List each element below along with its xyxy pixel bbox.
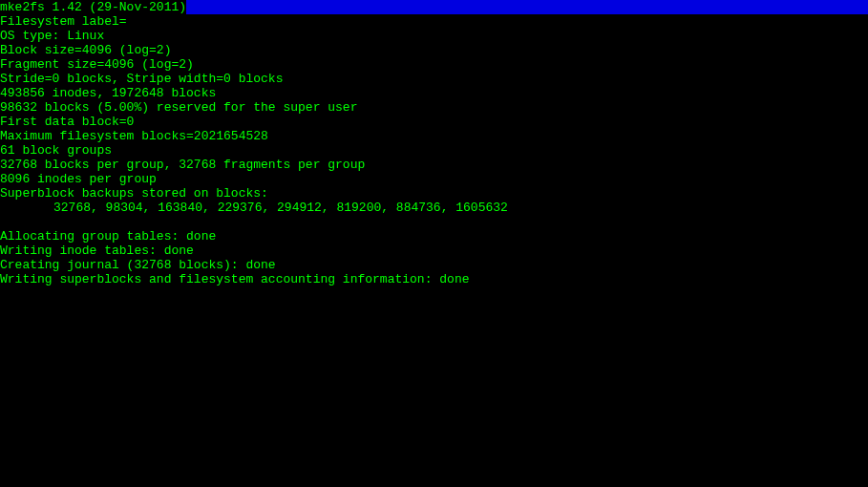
- output-line: 493856 inodes, 1972648 blocks: [0, 86, 868, 100]
- output-line: Maximum filesystem blocks=2021654528: [0, 129, 868, 143]
- output-line: 8096 inodes per group: [0, 172, 868, 186]
- status-line: Creating journal (32768 blocks): done: [0, 258, 868, 272]
- backup-blocks-list: 32768, 98304, 163840, 229376, 294912, 81…: [0, 201, 868, 215]
- output-line: Block size=4096 (log=2): [0, 43, 868, 57]
- output-line: Filesystem label=: [0, 14, 868, 29]
- output-line: Superblock backups stored on blocks:: [0, 186, 868, 201]
- blank-line: [0, 215, 868, 229]
- output-line: First data block=0: [0, 115, 868, 129]
- mke2fs-version: mke2fs 1.42 (29-Nov-2011): [0, 0, 186, 14]
- output-line: OS type: Linux: [0, 29, 868, 43]
- status-line: Writing superblocks and filesystem accou…: [0, 272, 868, 286]
- output-line: 32768 blocks per group, 32768 fragments …: [0, 158, 868, 172]
- header-line: mke2fs 1.42 (29-Nov-2011): [0, 0, 868, 14]
- highlight-bar: [186, 0, 868, 14]
- status-line: Allocating group tables: done: [0, 229, 868, 244]
- output-line: Fragment size=4096 (log=2): [0, 57, 868, 72]
- output-line: 98632 blocks (5.00%) reserved for the su…: [0, 100, 868, 115]
- output-line: 61 block groups: [0, 143, 868, 158]
- terminal[interactable]: mke2fs 1.42 (29-Nov-2011) Filesystem lab…: [0, 0, 868, 487]
- status-line: Writing inode tables: done: [0, 244, 868, 258]
- output-line: Stride=0 blocks, Stripe width=0 blocks: [0, 72, 868, 86]
